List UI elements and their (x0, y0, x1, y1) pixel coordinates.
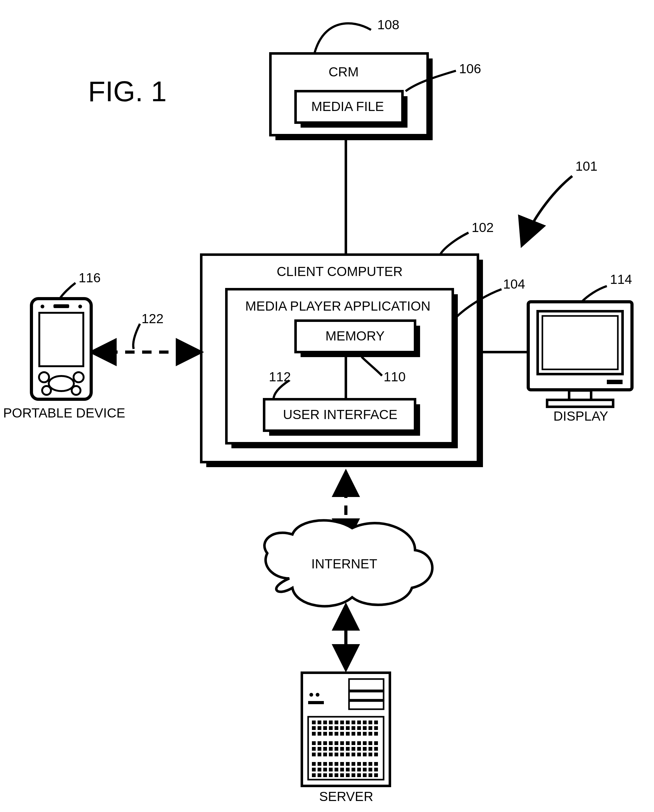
crm-label: CRM (329, 64, 359, 79)
ref-110: 110 (384, 369, 406, 385)
svg-rect-74 (346, 747, 350, 751)
svg-rect-40 (357, 726, 361, 730)
svg-rect-118 (323, 773, 327, 777)
svg-rect-77 (363, 747, 367, 751)
svg-rect-71 (329, 747, 333, 751)
svg-rect-113 (363, 768, 367, 771)
svg-rect-23 (329, 720, 333, 724)
svg-rect-54 (368, 732, 372, 736)
svg-rect-95 (329, 762, 333, 766)
media-file-label: MEDIA FILE (311, 99, 384, 114)
lead-116 (60, 283, 75, 299)
lead-108 (315, 23, 371, 53)
svg-rect-82 (323, 752, 327, 756)
svg-rect-72 (335, 747, 338, 751)
server-label: SERVER (319, 789, 373, 804)
svg-rect-130 (542, 316, 618, 369)
svg-rect-84 (335, 752, 338, 756)
server-icon (302, 673, 390, 786)
svg-rect-70 (323, 747, 327, 751)
svg-rect-125 (363, 773, 367, 777)
svg-rect-81 (318, 752, 321, 756)
svg-rect-24 (335, 720, 338, 724)
svg-rect-93 (318, 762, 321, 766)
svg-rect-120 (335, 773, 338, 777)
svg-rect-88 (357, 752, 361, 756)
svg-rect-112 (357, 768, 361, 771)
user-interface-label: USER INTERFACE (283, 407, 397, 422)
svg-rect-46 (323, 732, 327, 736)
svg-rect-64 (357, 741, 361, 745)
svg-rect-44 (312, 732, 316, 736)
svg-rect-78 (368, 747, 372, 751)
figure-title: FIG. 1 (88, 75, 167, 108)
svg-rect-86 (346, 752, 350, 756)
svg-rect-51 (351, 732, 355, 736)
svg-rect-45 (318, 732, 321, 736)
svg-point-17 (316, 693, 319, 697)
svg-rect-22 (323, 720, 327, 724)
ref-106: 106 (459, 61, 481, 76)
ref-104: 104 (503, 277, 525, 292)
portable-device-icon (31, 299, 91, 399)
svg-rect-92 (312, 762, 316, 766)
svg-rect-131 (607, 380, 623, 384)
svg-rect-126 (368, 773, 372, 777)
svg-point-135 (41, 305, 44, 308)
svg-rect-138 (39, 313, 83, 366)
svg-rect-136 (53, 304, 69, 308)
svg-rect-100 (357, 762, 361, 766)
svg-rect-109 (340, 768, 344, 771)
svg-rect-42 (368, 726, 372, 730)
svg-rect-124 (357, 773, 361, 777)
portable-device-label: PORTABLE DEVICE (3, 406, 125, 421)
svg-rect-52 (357, 732, 361, 736)
media-player-app-label: MEDIA PLAYER APPLICATION (245, 299, 431, 314)
svg-rect-69 (318, 747, 321, 751)
lead-122 (133, 324, 140, 349)
svg-rect-132 (569, 391, 591, 400)
svg-rect-29 (363, 720, 367, 724)
svg-rect-36 (335, 726, 338, 730)
svg-rect-41 (363, 726, 367, 730)
svg-rect-43 (374, 726, 378, 730)
svg-rect-85 (340, 752, 344, 756)
svg-rect-33 (318, 726, 321, 730)
svg-rect-91 (374, 752, 378, 756)
svg-rect-32 (312, 726, 316, 730)
svg-rect-121 (340, 773, 344, 777)
svg-point-139 (49, 376, 74, 391)
client-computer-label: CLIENT COMPUTER (277, 264, 403, 279)
svg-rect-18 (308, 701, 324, 704)
svg-rect-13 (349, 679, 384, 690)
ref-102: 102 (472, 220, 494, 235)
svg-point-141 (73, 372, 84, 382)
svg-rect-67 (374, 741, 378, 745)
lead-114 (582, 286, 607, 302)
svg-point-137 (78, 305, 82, 308)
ref-116: 116 (79, 270, 101, 285)
svg-rect-65 (363, 741, 367, 745)
svg-rect-79 (374, 747, 378, 751)
svg-rect-25 (340, 720, 344, 724)
svg-rect-103 (374, 762, 378, 766)
svg-rect-110 (346, 768, 350, 771)
svg-rect-57 (318, 741, 321, 745)
internet-label: INTERNET (311, 556, 377, 571)
svg-rect-55 (374, 732, 378, 736)
svg-rect-123 (351, 773, 355, 777)
svg-rect-106 (323, 768, 327, 771)
memory-label: MEMORY (325, 328, 385, 343)
svg-rect-89 (363, 752, 367, 756)
lead-101 (522, 176, 572, 245)
svg-rect-31 (374, 720, 378, 724)
svg-rect-27 (351, 720, 355, 724)
ref-101: 101 (575, 159, 597, 174)
svg-rect-56 (312, 741, 316, 745)
svg-rect-15 (349, 701, 384, 709)
lead-102 (440, 233, 469, 255)
svg-rect-83 (329, 752, 333, 756)
svg-rect-68 (312, 747, 316, 751)
svg-rect-28 (357, 720, 361, 724)
svg-rect-49 (340, 732, 344, 736)
